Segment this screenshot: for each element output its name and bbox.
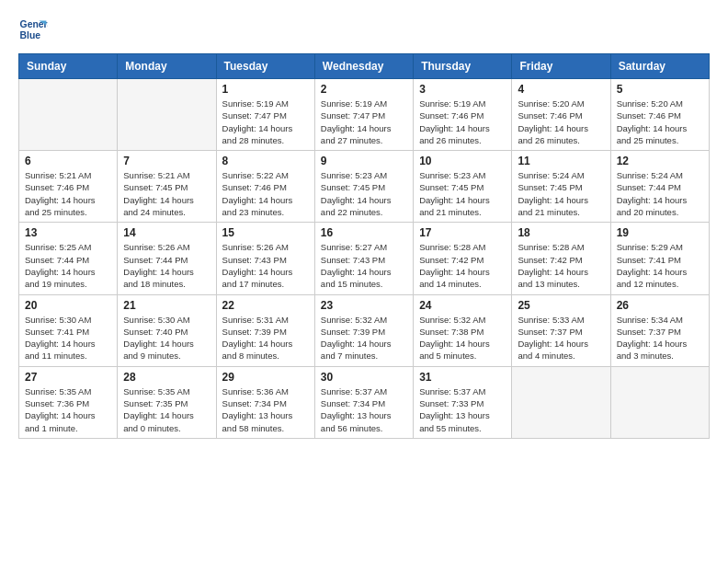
calendar-cell — [118, 79, 216, 151]
calendar-cell: 13Sunrise: 5:25 AMSunset: 7:44 PMDayligh… — [19, 223, 118, 294]
day-info: Sunrise: 5:22 AMSunset: 7:46 PMDaylight:… — [222, 169, 309, 218]
col-header-saturday: Saturday — [610, 54, 709, 79]
calendar-cell: 29Sunrise: 5:36 AMSunset: 7:34 PMDayligh… — [216, 366, 314, 438]
calendar-cell: 15Sunrise: 5:26 AMSunset: 7:43 PMDayligh… — [216, 223, 314, 294]
day-info: Sunrise: 5:32 AMSunset: 7:38 PMDaylight:… — [419, 314, 506, 362]
day-number: 9 — [321, 155, 407, 167]
day-number: 2 — [321, 83, 407, 96]
col-header-thursday: Thursday — [414, 54, 512, 79]
day-info: Sunrise: 5:19 AMSunset: 7:47 PMDaylight:… — [222, 98, 309, 146]
day-info: Sunrise: 5:37 AMSunset: 7:34 PMDaylight:… — [321, 385, 407, 434]
calendar-cell: 19Sunrise: 5:29 AMSunset: 7:41 PMDayligh… — [610, 223, 709, 294]
day-number: 7 — [123, 155, 210, 167]
calendar-cell — [512, 366, 610, 438]
day-info: Sunrise: 5:28 AMSunset: 7:42 PMDaylight:… — [518, 241, 604, 290]
calendar-cell: 16Sunrise: 5:27 AMSunset: 7:43 PMDayligh… — [314, 223, 413, 294]
day-number: 5 — [617, 83, 703, 96]
calendar-cell: 9Sunrise: 5:23 AMSunset: 7:45 PMDaylight… — [314, 151, 413, 223]
calendar-header-row: SundayMondayTuesdayWednesdayThursdayFrid… — [19, 54, 710, 79]
calendar-cell: 6Sunrise: 5:21 AMSunset: 7:46 PMDaylight… — [19, 151, 118, 223]
calendar-cell — [19, 79, 118, 151]
day-number: 30 — [321, 371, 407, 384]
day-info: Sunrise: 5:20 AMSunset: 7:46 PMDaylight:… — [518, 98, 604, 146]
day-info: Sunrise: 5:24 AMSunset: 7:44 PMDaylight:… — [617, 169, 703, 218]
calendar-cell: 2Sunrise: 5:19 AMSunset: 7:47 PMDaylight… — [314, 79, 413, 151]
calendar-week-row: 13Sunrise: 5:25 AMSunset: 7:44 PMDayligh… — [19, 223, 710, 294]
day-number: 10 — [419, 155, 506, 167]
calendar-cell: 21Sunrise: 5:30 AMSunset: 7:40 PMDayligh… — [118, 294, 216, 366]
day-number: 16 — [321, 226, 407, 239]
day-info: Sunrise: 5:35 AMSunset: 7:35 PMDaylight:… — [123, 385, 210, 434]
day-number: 17 — [419, 226, 506, 239]
day-number: 19 — [617, 226, 703, 239]
calendar-week-row: 1Sunrise: 5:19 AMSunset: 7:47 PMDaylight… — [19, 79, 710, 151]
logo-icon: General Blue — [18, 15, 48, 44]
calendar-cell: 20Sunrise: 5:30 AMSunset: 7:41 PMDayligh… — [19, 294, 118, 366]
day-number: 22 — [222, 299, 309, 312]
calendar-cell: 5Sunrise: 5:20 AMSunset: 7:46 PMDaylight… — [610, 79, 709, 151]
calendar-cell: 8Sunrise: 5:22 AMSunset: 7:46 PMDaylight… — [216, 151, 314, 223]
calendar-week-row: 27Sunrise: 5:35 AMSunset: 7:36 PMDayligh… — [19, 366, 710, 438]
logo: General Blue — [18, 15, 51, 44]
day-info: Sunrise: 5:32 AMSunset: 7:39 PMDaylight:… — [321, 314, 407, 362]
calendar-cell: 24Sunrise: 5:32 AMSunset: 7:38 PMDayligh… — [414, 294, 512, 366]
header: General Blue — [18, 15, 710, 44]
day-number: 21 — [123, 299, 210, 312]
calendar-cell: 30Sunrise: 5:37 AMSunset: 7:34 PMDayligh… — [314, 366, 413, 438]
day-info: Sunrise: 5:34 AMSunset: 7:37 PMDaylight:… — [617, 314, 703, 362]
day-info: Sunrise: 5:31 AMSunset: 7:39 PMDaylight:… — [222, 314, 309, 362]
calendar-cell: 3Sunrise: 5:19 AMSunset: 7:46 PMDaylight… — [414, 79, 512, 151]
day-info: Sunrise: 5:21 AMSunset: 7:46 PMDaylight:… — [25, 169, 111, 218]
calendar: SundayMondayTuesdayWednesdayThursdayFrid… — [18, 53, 710, 439]
calendar-cell: 4Sunrise: 5:20 AMSunset: 7:46 PMDaylight… — [512, 79, 610, 151]
calendar-cell: 7Sunrise: 5:21 AMSunset: 7:45 PMDaylight… — [118, 151, 216, 223]
day-number: 27 — [25, 371, 111, 384]
day-number: 15 — [222, 226, 309, 239]
day-info: Sunrise: 5:26 AMSunset: 7:44 PMDaylight:… — [123, 241, 210, 290]
day-number: 28 — [123, 371, 210, 384]
day-info: Sunrise: 5:29 AMSunset: 7:41 PMDaylight:… — [617, 241, 703, 290]
calendar-cell: 26Sunrise: 5:34 AMSunset: 7:37 PMDayligh… — [610, 294, 709, 366]
day-number: 1 — [222, 83, 309, 96]
day-info: Sunrise: 5:19 AMSunset: 7:46 PMDaylight:… — [419, 98, 506, 146]
day-info: Sunrise: 5:36 AMSunset: 7:34 PMDaylight:… — [222, 385, 309, 434]
day-number: 6 — [25, 155, 111, 167]
day-number: 11 — [518, 155, 604, 167]
day-number: 23 — [321, 299, 407, 312]
calendar-cell: 22Sunrise: 5:31 AMSunset: 7:39 PMDayligh… — [216, 294, 314, 366]
day-info: Sunrise: 5:23 AMSunset: 7:45 PMDaylight:… — [419, 169, 506, 218]
calendar-cell — [610, 366, 709, 438]
col-header-monday: Monday — [118, 54, 216, 79]
day-number: 31 — [419, 371, 506, 384]
calendar-week-row: 6Sunrise: 5:21 AMSunset: 7:46 PMDaylight… — [19, 151, 710, 223]
day-info: Sunrise: 5:27 AMSunset: 7:43 PMDaylight:… — [321, 241, 407, 290]
day-info: Sunrise: 5:19 AMSunset: 7:47 PMDaylight:… — [321, 98, 407, 146]
col-header-tuesday: Tuesday — [216, 54, 314, 79]
calendar-cell: 18Sunrise: 5:28 AMSunset: 7:42 PMDayligh… — [512, 223, 610, 294]
day-number: 20 — [25, 299, 111, 312]
col-header-sunday: Sunday — [19, 54, 118, 79]
day-info: Sunrise: 5:25 AMSunset: 7:44 PMDaylight:… — [25, 241, 111, 290]
day-number: 13 — [25, 226, 111, 239]
day-number: 4 — [518, 83, 604, 96]
day-info: Sunrise: 5:33 AMSunset: 7:37 PMDaylight:… — [518, 314, 604, 362]
svg-text:Blue: Blue — [20, 30, 41, 40]
day-info: Sunrise: 5:23 AMSunset: 7:45 PMDaylight:… — [321, 169, 407, 218]
day-number: 12 — [617, 155, 703, 167]
calendar-cell: 12Sunrise: 5:24 AMSunset: 7:44 PMDayligh… — [610, 151, 709, 223]
calendar-cell: 27Sunrise: 5:35 AMSunset: 7:36 PMDayligh… — [19, 366, 118, 438]
col-header-wednesday: Wednesday — [314, 54, 413, 79]
day-number: 3 — [419, 83, 506, 96]
day-number: 8 — [222, 155, 309, 167]
calendar-cell: 14Sunrise: 5:26 AMSunset: 7:44 PMDayligh… — [118, 223, 216, 294]
day-info: Sunrise: 5:35 AMSunset: 7:36 PMDaylight:… — [25, 385, 111, 434]
day-info: Sunrise: 5:30 AMSunset: 7:40 PMDaylight:… — [123, 314, 210, 362]
calendar-cell: 31Sunrise: 5:37 AMSunset: 7:33 PMDayligh… — [414, 366, 512, 438]
day-number: 26 — [617, 299, 703, 312]
calendar-cell: 11Sunrise: 5:24 AMSunset: 7:45 PMDayligh… — [512, 151, 610, 223]
day-number: 24 — [419, 299, 506, 312]
day-number: 29 — [222, 371, 309, 384]
day-info: Sunrise: 5:26 AMSunset: 7:43 PMDaylight:… — [222, 241, 309, 290]
calendar-cell: 28Sunrise: 5:35 AMSunset: 7:35 PMDayligh… — [118, 366, 216, 438]
col-header-friday: Friday — [512, 54, 610, 79]
